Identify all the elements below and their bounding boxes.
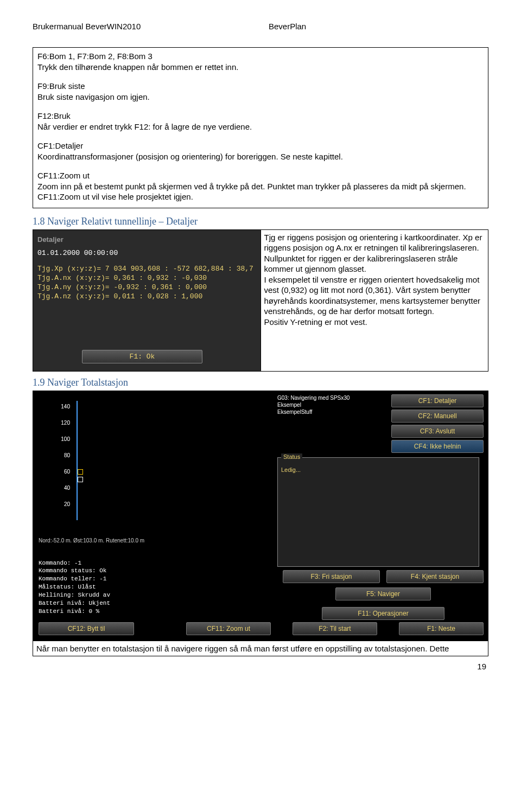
chart-area: 140 120 100 80 60 40 20: [39, 395, 272, 547]
info-line: Eksempel: [277, 401, 350, 408]
table-1-8: Detaljer 01.01.2000 00:00:00 Tjg.Xp (x:y…: [33, 229, 488, 372]
para: Når verdier er endret trykk F12: for å l…: [37, 122, 484, 132]
info-line: Målstatus: Ulåst: [39, 583, 277, 591]
para: F9:Bruk siste: [37, 81, 484, 92]
cf12-bytt-til-button[interactable]: CF12: Bytt til: [39, 622, 134, 635]
f4-kjent-stasjon-button[interactable]: F4: Kjent stasjon: [386, 570, 484, 583]
para: CF1:Detaljer: [37, 140, 484, 151]
detaljer-nz: Tjg.A.nz (x:y:z)= 0,011 : 0,028 : 1,000: [37, 292, 256, 300]
coord-readout: Nord:-52.0 m. Øst:103.0 m. Rutenett:10.0…: [39, 538, 144, 544]
info-line: Batteri nivå: Ukjent: [39, 599, 277, 608]
info-line: Kommando status: Ok: [39, 567, 277, 575]
content-box-top: F6:Bom 1, F7:Bom 2, F8:Bom 3 Trykk den t…: [33, 47, 488, 208]
vertical-axis-line: [77, 401, 78, 520]
tick-label: 140: [58, 403, 70, 409]
para: CF11:Zoom ut: [37, 170, 484, 181]
page-header: Brukermanual BeverWIN2010 BeverPlan: [33, 22, 488, 31]
para: Zoom inn på et bestemt punkt på skjermen…: [37, 181, 484, 202]
section-1-8-explanation: Tjg er riggens posisjon og orientering i…: [261, 230, 488, 330]
detaljer-panel: Detaljer 01.01.2000 00:00:00 Tjg.Xp (x:y…: [33, 230, 260, 371]
section-heading-1-9: 1.9 Naviger Totalstasjon: [33, 377, 488, 388]
info-line: EksempelStuff: [277, 408, 350, 415]
totalstation-screenshot: 140 120 100 80 60 40 20 Nord:-52.0 m. Øs…: [33, 391, 488, 641]
detaljer-xp: Tjg.Xp (x:y:z)= 7 034 903,608 : -572 682…: [37, 265, 256, 273]
tick-label: 20: [58, 501, 70, 507]
status-text: Ledig...: [278, 458, 479, 482]
header-left: Brukermanual BeverWIN2010: [33, 22, 252, 31]
header-center: BeverPlan: [252, 22, 488, 31]
detaljer-time: 01.01.2000 00:00:00: [37, 249, 256, 257]
page-number: 19: [33, 662, 488, 671]
page-root: Brukermanual BeverWIN2010 BeverPlan F6:B…: [0, 0, 521, 682]
cf11-zoom-ut-button[interactable]: CF11: Zoom ut: [186, 622, 271, 635]
para: F12:Bruk: [37, 111, 484, 122]
tick-label: 120: [58, 419, 70, 425]
status-box: Status Ledig...: [277, 457, 479, 567]
button-row-stations: F3: Fri stasjon F4: Kjent stasjon: [283, 570, 484, 583]
info-line: Kommando teller: -1: [39, 575, 277, 583]
bottom-button-row: CF12: Bytt til CF11: Zoom ut F2: Til sta…: [39, 622, 484, 635]
button-row-operasjoner: F11: Operasjoner: [283, 607, 484, 620]
section-heading-1-8: 1.8 Naviger Relativt tunnellinje – Detal…: [33, 216, 488, 227]
info-line: Batteri nivå: 0 %: [39, 608, 277, 616]
info-line: G03: Navigering med SPSx30: [277, 394, 350, 401]
para: Trykk den tilhørende knappen når bommen …: [37, 62, 484, 73]
info-line: Hellining: Skrudd av: [39, 591, 277, 599]
detaljer-title: Detaljer: [37, 235, 256, 244]
f3-fri-stasjon-button[interactable]: F3: Fri stasjon: [283, 570, 380, 583]
tick-label: 100: [58, 436, 70, 442]
para: F6:Bom 1, F7:Bom 2, F8:Bom 3: [37, 51, 484, 62]
cf4-ikke-helning-button[interactable]: CF4: Ikke helnin: [391, 440, 484, 453]
f11-operasjoner-button[interactable]: F11: Operasjoner: [322, 607, 444, 620]
cf3-avslutt-button[interactable]: CF3: Avslutt: [391, 425, 484, 438]
f1-neste-button[interactable]: F1: Neste: [399, 622, 484, 635]
tick-label: 60: [58, 468, 70, 474]
para: Koordinattransformasjoner (posisjon og o…: [37, 151, 484, 162]
top-info: G03: Navigering med SPSx30 Eksempel Ekse…: [277, 394, 350, 415]
command-info: Kommando: -1 Kommando status: Ok Kommand…: [39, 559, 277, 616]
button-row-naviger: F5: Naviger: [283, 587, 484, 600]
detaljer-nx: Tjg.A.nx (x:y:z)= 0,361 : 0,932 : -0,030: [37, 274, 256, 282]
table-1-9: 140 120 100 80 60 40 20 Nord:-52.0 m. Øs…: [33, 391, 488, 657]
section-1-9-footer: Når man benytter en totalstasjon til å n…: [36, 643, 485, 654]
para: Bruk siste navigasjon om igjen.: [37, 92, 484, 103]
detaljer-ny: Tjg.A.ny (x:y:z)= -0,932 : 0,361 : 0,000: [37, 283, 256, 291]
cf1-detaljer-button[interactable]: CF1: Detaljer: [391, 394, 484, 407]
info-line: Kommando: -1: [39, 559, 277, 567]
f2-til-start-button[interactable]: F2: Til start: [293, 622, 377, 635]
marker-icon: [78, 469, 83, 475]
f5-naviger-button[interactable]: F5: Naviger: [335, 587, 431, 600]
f1-ok-button[interactable]: F1: Ok: [82, 350, 202, 363]
tick-label: 40: [58, 484, 70, 490]
status-label: Status: [281, 453, 302, 460]
cf2-manuell-button[interactable]: CF2: Manuell: [391, 410, 484, 423]
marker-icon: [78, 477, 83, 482]
tick-label: 80: [58, 452, 70, 458]
